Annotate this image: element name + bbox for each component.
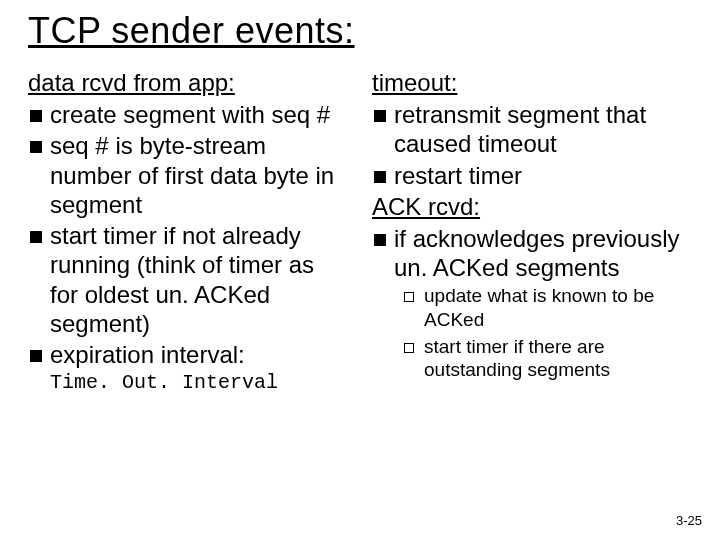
list-item: start timer if not already running (thin… [28,221,348,338]
list-item: if acknowledges previously un. ACKed seg… [372,224,692,283]
right-list-2: if acknowledges previously un. ACKed seg… [372,224,692,283]
page-number: 3-25 [676,513,702,528]
sub-list-item: start timer if there are outstanding seg… [402,335,692,381]
list-item: expiration interval: [28,340,348,369]
content-columns: data rcvd from app: create segment with … [28,66,692,394]
left-list: create segment with seq # seq # is byte-… [28,100,348,369]
right-heading-1: timeout: [372,68,692,98]
right-column: timeout: retransmit segment that caused … [372,66,692,394]
left-heading: data rcvd from app: [28,68,348,98]
list-item: restart timer [372,161,692,190]
list-item: retransmit segment that caused timeout [372,100,692,159]
list-item: create segment with seq # [28,100,348,129]
right-sublist: update what is known to be ACKed start t… [372,284,692,381]
right-list-1: retransmit segment that caused timeout r… [372,100,692,190]
left-column: data rcvd from app: create segment with … [28,66,348,394]
sub-list-item: update what is known to be ACKed [402,284,692,330]
slide: TCP sender events: data rcvd from app: c… [0,0,720,540]
list-item: seq # is byte-stream number of first dat… [28,131,348,219]
code-text: Time. Out. Interval [50,371,348,394]
slide-title: TCP sender events: [28,10,692,52]
right-heading-2: ACK rcvd: [372,192,692,222]
